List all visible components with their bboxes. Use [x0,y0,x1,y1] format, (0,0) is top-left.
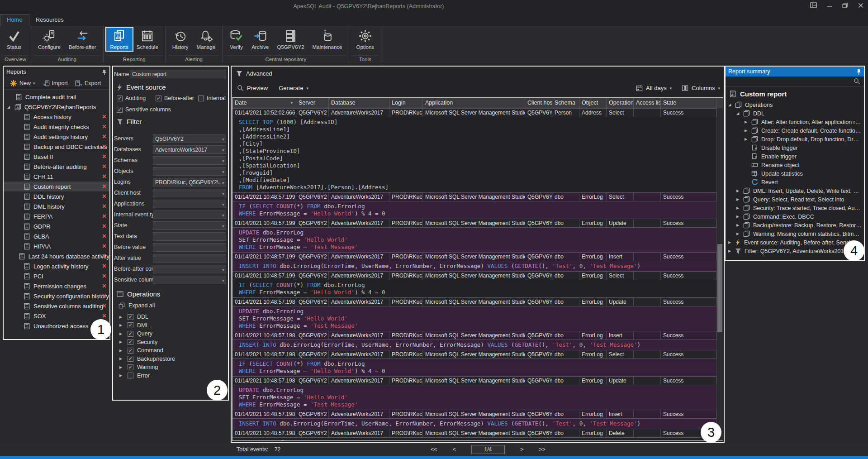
summary-node-operations[interactable]: Operations [726,100,864,109]
delete-report-icon[interactable]: × [102,262,106,271]
summary-node-event-source[interactable]: Event source: Auditing, Before-after, Se… [726,238,864,247]
filter-input-internal-event-type[interactable] [153,210,226,219]
name-input[interactable]: Custom report [130,70,226,78]
ribbon-button-status[interactable]: Status [3,28,26,51]
operation-node-security[interactable]: Security [119,339,157,345]
ribbon-button-maintenance[interactable]: Maintenance [308,28,346,51]
checkbox-icon[interactable] [128,364,133,370]
event-source-checkbox-sensitive-columns[interactable]: Sensitive columns [117,106,171,113]
report-item-sox[interactable]: SOX× [4,311,109,321]
summary-node-ddl[interactable]: DDL [726,109,864,118]
delete-report-icon[interactable]: × [102,122,106,131]
checkbox-icon[interactable] [128,339,133,345]
expander-icon[interactable] [119,340,124,344]
ribbon-button-history[interactable]: History [168,28,193,51]
delete-report-icon[interactable]: × [102,272,106,281]
prev-page-button[interactable]: < [453,446,456,453]
sql-text-block[interactable]: UPDATE dbo.ErrorLogSET ErrorMessage = 'H… [232,306,716,331]
event-row[interactable]: 01/14/2021 10:48:57.198 AMQ5GPV6Y2Advent… [232,410,716,419]
event-row[interactable]: 01/14/2021 10:48:57.198 AMQ5GPV6Y2Advent… [232,376,716,385]
ribbon-button-q5gpv6y2[interactable]: Q5GPV6Y2 [273,28,308,51]
expander-icon[interactable] [119,332,124,336]
event-row[interactable]: 01/14/2021 10:48:57.199 AMQ5GPV6Y2Advent… [232,252,716,261]
filter-input-state[interactable] [153,221,226,230]
ribbon-button-verify[interactable]: Verify [225,28,247,51]
report-item-basel-ii[interactable]: Basel II× [4,152,109,162]
expander-icon[interactable] [736,189,741,193]
column-header-operation[interactable]: Operation [607,98,634,108]
delete-report-icon[interactable]: × [102,182,106,191]
delete-report-icon[interactable]: × [102,132,106,141]
event-row[interactable]: 01/14/2021 10:52:02.666 AMQ5GPV6Y2Advent… [232,108,716,117]
report-item-gdpr[interactable]: GDPR× [4,221,109,231]
operation-node-command[interactable]: Command [119,347,163,354]
delete-report-icon[interactable]: × [102,212,106,221]
report-item-hipaa[interactable]: HIPAA× [4,241,109,251]
sql-text-block[interactable]: IF (SELECT COUNT(*) FROM dbo.ErrorLogWHE… [232,201,716,219]
operation-node-query[interactable]: Query [119,330,152,337]
sql-text-block[interactable]: UPDATE dbo.ErrorLogSET ErrorMessage = 'H… [232,228,716,252]
report-item-access-history[interactable]: Access history× [4,112,109,122]
maximize-icon[interactable] [842,3,848,8]
operation-node-warning[interactable]: Warning [119,364,158,370]
sql-text-block[interactable]: IF (SELECT COUNT(*) FROM dbo.ErrorLogWHE… [232,359,716,376]
tab-resources[interactable]: Resources [29,14,70,26]
report-item-last-24-hours-database-activity[interactable]: Last 24 hours database activity× [4,251,109,261]
operation-node-dml[interactable]: DML [119,322,149,329]
first-page-button[interactable]: << [431,446,437,453]
event-row[interactable]: 01/14/2021 10:48:57.198 AMQ5GPV6Y2Advent… [232,297,716,306]
delete-report-icon[interactable]: × [102,222,106,231]
summary-node-create[interactable]: Create: Create default, Create function,… [726,126,864,135]
filter-input-text-data[interactable] [153,232,226,241]
ribbon-button-manage[interactable]: Manage [193,28,220,51]
next-page-button[interactable]: > [520,446,523,453]
sql-text-block[interactable]: INSERT INTO dbo.ErrorLog(ErrorTime, User… [232,419,716,429]
checkbox-icon[interactable] [128,314,133,320]
expander-icon[interactable] [736,197,741,201]
expander-icon[interactable] [119,315,124,319]
sql-text-block[interactable]: IF (SELECT COUNT(*) FROM dbo.ErrorLogWHE… [232,280,716,297]
expander-icon[interactable] [736,111,741,115]
expander-icon[interactable] [119,323,124,327]
expander-icon[interactable] [736,206,741,210]
report-item-audit-integrity-checks[interactable]: Audit integrity checks× [4,122,109,132]
checkbox-icon[interactable] [117,96,123,101]
report-item-complete-audit-trail[interactable]: Complete audit trail [4,92,109,102]
checkbox-icon[interactable] [117,107,123,113]
pin-icon[interactable] [102,69,107,75]
new-button[interactable]: New▾ [7,79,38,88]
delete-report-icon[interactable]: × [102,242,106,251]
ribbon-button-archive[interactable]: Archive [247,28,273,51]
expander-icon[interactable] [7,105,12,109]
sql-text-block[interactable]: DELETE FROM dbo.ErrorLogWHERE ErrorMessa… [232,438,716,440]
filter-input-objects[interactable] [153,167,226,176]
columns-button[interactable]: Columns [692,85,715,91]
report-item-backup-and-dbcc-activities[interactable]: Backup and DBCC activities× [4,142,109,152]
expander-icon[interactable] [745,137,749,141]
delete-report-icon[interactable]: × [102,252,106,261]
event-source-header[interactable]: Event source [117,83,166,91]
event-row[interactable]: 01/14/2021 10:48:57.198 AMQ5GPV6Y2Advent… [232,350,716,359]
summary-node-dml[interactable]: DML: Insert, Update, Delete, Write text,… [726,186,864,195]
ribbon-button-options[interactable]: Options [352,28,378,51]
summary-node-alter[interactable]: Alter: Alter function, Alter application… [726,118,864,126]
event-row[interactable]: 01/14/2021 10:48:57.198 AMQ5GPV6Y2Advent… [232,429,716,438]
report-item-glba[interactable]: GLBA× [4,231,109,241]
summary-node-command[interactable]: Command: Exec, DBCC [726,212,864,221]
filter-input-databases[interactable]: AdventureWorks2017 [153,145,226,154]
column-header-database[interactable]: Database [329,98,389,108]
expander-icon[interactable] [119,349,124,353]
filter-input-before-value[interactable] [153,243,226,252]
filter-input-sensitive-column[interactable] [153,276,226,284]
column-header-access-list[interactable]: Access list [634,98,661,108]
report-item-sensitive-columns-auditing[interactable]: Sensitive columns auditing× [4,301,109,311]
filter-input-applications[interactable] [153,200,226,208]
checkbox-icon[interactable] [128,322,133,328]
delete-report-icon[interactable]: × [102,142,106,151]
checkbox-icon[interactable] [128,356,133,362]
checkbox-icon[interactable] [198,96,204,101]
report-item-audit-settings-history[interactable]: Audit settings history× [4,132,109,142]
close-icon[interactable] [858,3,863,8]
all-days-button[interactable]: All days [646,85,667,91]
expander-icon[interactable] [736,232,741,236]
